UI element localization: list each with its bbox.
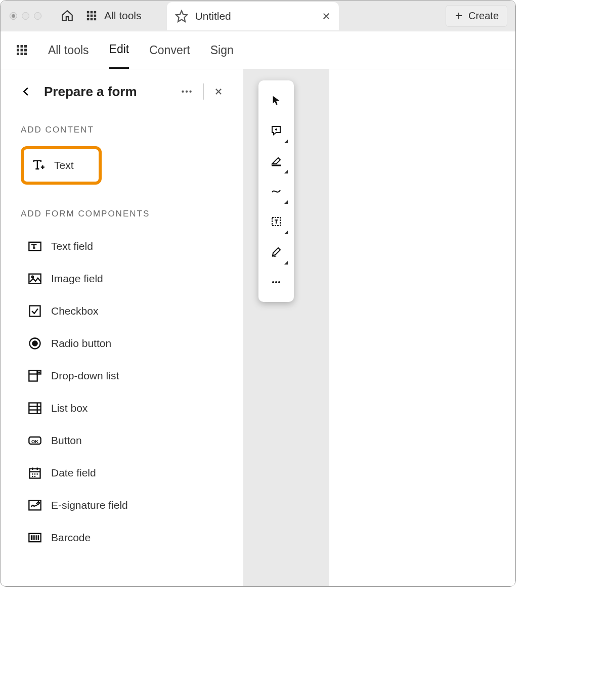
tool-dropdown-label: Drop-down list (51, 370, 119, 382)
back-button[interactable] (21, 86, 32, 97)
svg-rect-21 (21, 53, 23, 55)
grid-icon (16, 44, 28, 56)
svg-rect-5 (94, 15, 97, 17)
svg-rect-14 (17, 45, 19, 48)
menu-convert[interactable]: Convert (149, 32, 190, 68)
svg-rect-1 (91, 11, 93, 14)
svg-rect-36 (29, 371, 37, 381)
tool-date-field-label: Date field (51, 467, 96, 479)
panel-header: Prepare a form (21, 83, 223, 100)
sign-tool[interactable] (263, 237, 290, 267)
add-content-label: ADD CONTENT (21, 125, 223, 135)
svg-point-65 (272, 281, 274, 283)
tool-radio-button-label: Radio button (51, 337, 111, 349)
dropdown-icon (28, 369, 42, 383)
text-field-icon (28, 239, 42, 253)
document-tab[interactable]: Untitled (167, 2, 339, 30)
more-options-button[interactable] (180, 85, 193, 98)
tool-text[interactable]: Text (21, 146, 102, 185)
tool-esignature-field[interactable]: E-signature field (21, 489, 223, 521)
tool-barcode-label: Barcode (51, 532, 91, 544)
svg-rect-16 (24, 45, 27, 48)
home-icon (61, 9, 74, 22)
svg-rect-17 (17, 49, 19, 52)
add-form-components-label: ADD FORM COMPONENTS (21, 209, 223, 219)
plus-icon (454, 11, 463, 20)
text-select-icon (270, 215, 282, 228)
svg-rect-33 (30, 306, 40, 317)
svg-rect-20 (17, 53, 19, 55)
tool-barcode[interactable]: Barcode (21, 521, 223, 554)
radio-button-icon (28, 336, 42, 351)
tool-checkbox-label: Checkbox (51, 305, 98, 317)
more-tools-button[interactable] (263, 268, 290, 297)
tool-date-field[interactable]: Date field (21, 457, 223, 489)
tool-radio-button[interactable]: Radio button (21, 327, 223, 360)
close-panel-button[interactable] (214, 87, 223, 96)
more-horizontal-icon (270, 276, 282, 288)
content-area: Prepare a form ADD CONTENT Text ADD FORM… (1, 69, 515, 586)
comment-tool[interactable] (263, 116, 290, 145)
text-icon (31, 158, 45, 172)
tool-esignature-label: E-signature field (51, 499, 128, 511)
more-horizontal-icon (180, 85, 193, 98)
draw-icon (270, 185, 282, 197)
svg-rect-30 (29, 242, 40, 250)
grid-icon (86, 10, 97, 21)
titlebar: All tools Untitled Create (1, 1, 515, 31)
all-tools-tab[interactable]: All tools (83, 1, 150, 31)
svg-point-32 (32, 276, 34, 278)
checkbox-icon (28, 304, 42, 318)
select-tool[interactable] (263, 85, 290, 115)
button-icon: OK (28, 433, 42, 448)
barcode-icon (28, 531, 42, 545)
svg-rect-2 (94, 11, 97, 14)
close-tab-button[interactable] (322, 12, 331, 21)
tool-button-label: Button (51, 434, 82, 447)
minimize-window-button[interactable] (22, 12, 29, 20)
tool-list-box-label: List box (51, 402, 88, 414)
svg-point-67 (278, 281, 280, 283)
svg-rect-39 (29, 403, 40, 414)
highlight-tool[interactable] (263, 146, 290, 176)
chevron-left-icon (21, 86, 32, 97)
tool-image-field[interactable]: Image field (21, 262, 223, 295)
divider (203, 83, 204, 100)
menu-sign[interactable]: Sign (210, 32, 234, 68)
svg-rect-19 (24, 49, 27, 52)
svg-point-23 (182, 91, 184, 93)
tool-checkbox[interactable]: Checkbox (21, 295, 223, 327)
panel-title: Prepare a form (44, 84, 137, 100)
list-box-icon (28, 401, 42, 415)
tool-image-field-label: Image field (51, 273, 103, 285)
svg-point-35 (32, 341, 37, 345)
tool-dropdown-list[interactable]: Drop-down list (21, 360, 223, 392)
create-label: Create (468, 10, 499, 22)
home-button[interactable] (59, 7, 76, 24)
svg-point-24 (186, 91, 188, 93)
document-title: Untitled (195, 10, 231, 22)
canvas-area (243, 69, 515, 586)
esignature-icon (28, 498, 42, 512)
svg-point-66 (275, 281, 277, 283)
image-field-icon (28, 272, 42, 286)
create-button[interactable]: Create (446, 5, 507, 27)
tool-text-label: Text (54, 159, 74, 171)
menu-edit[interactable]: Edit (109, 31, 129, 69)
maximize-window-button[interactable] (34, 12, 41, 20)
close-icon (214, 87, 223, 96)
menu-all-tools[interactable]: All tools (48, 32, 89, 68)
svg-point-25 (189, 91, 191, 93)
svg-rect-7 (91, 18, 93, 21)
tools-grid-button[interactable] (16, 44, 28, 56)
text-select-tool[interactable] (263, 207, 290, 236)
date-field-icon (28, 466, 42, 480)
draw-tool[interactable] (263, 177, 290, 206)
side-panel: Prepare a form ADD CONTENT Text ADD FORM… (1, 69, 243, 586)
tool-button[interactable]: OK Button (21, 424, 223, 457)
tool-text-field[interactable]: Text field (21, 230, 223, 262)
tool-text-field-label: Text field (51, 240, 93, 252)
svg-marker-9 (176, 11, 187, 22)
tool-list-box[interactable]: List box (21, 392, 223, 424)
close-window-button[interactable] (10, 12, 17, 20)
